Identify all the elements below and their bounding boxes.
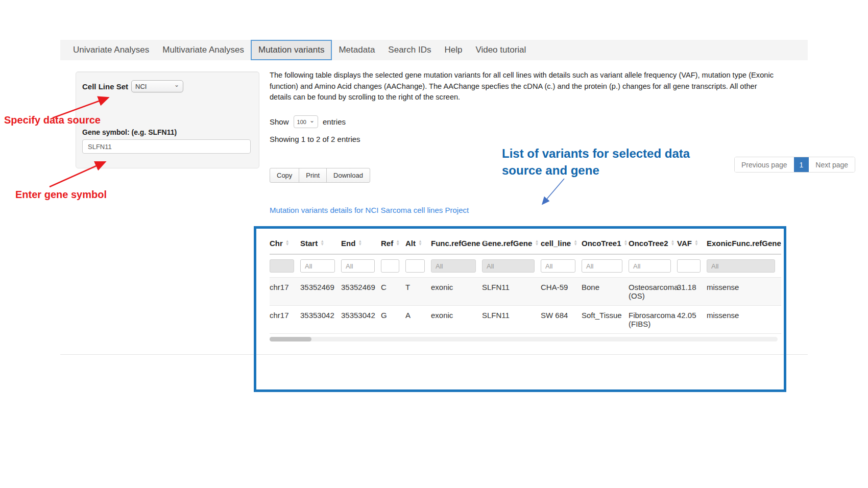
column-label: Chr — [270, 239, 283, 248]
column-filter-chr[interactable] — [270, 259, 294, 273]
table-caption-link[interactable]: Mutation variants details for NCI Sarcom… — [270, 206, 469, 214]
column-filter-start[interactable]: All — [300, 259, 335, 273]
column-label: OncoTree1 — [582, 239, 621, 248]
entries-label: entries — [323, 117, 346, 126]
gene-symbol-input[interactable] — [82, 139, 251, 154]
sort-icon[interactable]: ▲▼ — [535, 240, 539, 246]
table-cell: missense — [707, 306, 781, 334]
cell-line-set-label: Cell Line Set — [82, 82, 128, 91]
sort-icon[interactable]: ▲▼ — [624, 240, 628, 246]
column-header-end[interactable]: End▲▼ — [341, 235, 381, 254]
column-filter-gene-refgene[interactable]: All — [482, 259, 535, 273]
column-header-start[interactable]: Start▲▼ — [300, 235, 341, 254]
sort-icon[interactable]: ▲▼ — [358, 240, 362, 246]
table-cell: G — [381, 306, 405, 334]
chevron-down-icon — [174, 83, 179, 89]
table-cell: Soft_Tissue — [582, 306, 629, 334]
sort-icon[interactable]: ▲▼ — [418, 240, 422, 246]
sort-icon[interactable]: ▲▼ — [396, 240, 400, 246]
table-cell: Bone — [582, 278, 629, 306]
column-label: Ref — [381, 239, 393, 248]
column-filter-ref[interactable] — [381, 259, 399, 273]
column-header-gene-refgene[interactable]: Gene.refGene▲▼ — [482, 235, 541, 254]
column-header-exonicfunc-refgene[interactable]: ExonicFunc.refGene▲▼ — [707, 235, 781, 254]
table-cell: 35352469 — [300, 278, 341, 306]
tab-help[interactable]: Help — [438, 40, 469, 60]
table-header-row: Chr▲▼Start▲▼End▲▼Ref▲▼Alt▲▼Func.refGene▲… — [270, 235, 781, 254]
pagination: Previous page 1 Next page — [734, 157, 855, 173]
page-number-button[interactable]: 1 — [794, 157, 809, 172]
column-filter-oncotree1[interactable]: All — [582, 259, 622, 273]
horizontal-scrollbar[interactable] — [270, 337, 778, 341]
print-button[interactable]: Print — [299, 168, 327, 183]
column-filter-exonicfunc-refgene[interactable]: All — [707, 259, 775, 273]
tab-multivariate-analyses[interactable]: Multivariate Analyses — [156, 40, 251, 60]
tab-mutation-variants[interactable]: Mutation variants — [251, 40, 332, 60]
column-header-cell-line[interactable]: cell_line▲▼ — [541, 235, 582, 254]
table-cell: chr17 — [270, 278, 300, 306]
table-filter-row: AllAllAllAllAllAllAllAll — [270, 254, 781, 278]
tab-search-ids[interactable]: Search IDs — [381, 40, 438, 60]
table-row: chr173535246935352469CTexonicSLFN11CHA-5… — [270, 278, 781, 306]
column-filter-oncotree2[interactable]: All — [629, 259, 671, 273]
column-label: End — [341, 239, 355, 248]
chevron-down-icon — [309, 119, 315, 125]
table-description: The following table displays the selecte… — [270, 70, 780, 103]
column-filter-func-refgene[interactable]: All — [431, 259, 476, 273]
copy-button[interactable]: Copy — [270, 168, 299, 183]
column-label: cell_line — [541, 239, 571, 248]
column-label: ExonicFunc.refGene — [707, 239, 781, 248]
previous-page-button[interactable]: Previous page — [735, 157, 794, 172]
tab-video-tutorial[interactable]: Video tutorial — [469, 40, 533, 60]
column-header-oncotree1[interactable]: OncoTree1▲▼ — [582, 235, 629, 254]
column-filter-cell-line[interactable]: All — [541, 259, 575, 273]
table-cell: chr17 — [270, 306, 300, 334]
sort-icon[interactable]: ▲▼ — [694, 240, 698, 246]
column-label: Alt — [405, 239, 416, 248]
column-header-func-refgene[interactable]: Func.refGene▲▼ — [431, 235, 482, 254]
page-length-control: Show 100 entries — [270, 115, 346, 128]
sort-icon[interactable]: ▲▼ — [573, 240, 577, 246]
cell-line-set-value: NCI — [135, 83, 147, 90]
tab-univariate-analyses[interactable]: Univariate Analyses — [66, 40, 156, 60]
column-label: Start — [300, 239, 318, 248]
table-cell: Fibrosarcoma (FIBS) — [629, 306, 677, 334]
sort-icon[interactable]: ▲▼ — [320, 240, 324, 246]
cell-line-set-select[interactable]: NCI — [131, 80, 183, 92]
column-header-alt[interactable]: Alt▲▼ — [405, 235, 431, 254]
table-cell: 42.05 — [677, 306, 707, 334]
column-header-chr[interactable]: Chr▲▼ — [270, 235, 300, 254]
sort-icon[interactable]: ▲▼ — [671, 240, 675, 246]
column-header-vaf[interactable]: VAF▲▼ — [677, 235, 707, 254]
table-cell: SLFN11 — [482, 278, 541, 306]
download-button[interactable]: Download — [326, 168, 370, 183]
annotation-heading-line1: List of variants for selected data — [502, 145, 690, 162]
column-header-oncotree2[interactable]: OncoTree2▲▼ — [629, 235, 677, 254]
table-body: chr173535246935352469CTexonicSLFN11CHA-5… — [270, 278, 781, 334]
column-filter-end[interactable]: All — [341, 259, 375, 273]
scrollbar-thumb[interactable] — [270, 337, 311, 341]
column-label: VAF — [677, 239, 692, 248]
next-page-button[interactable]: Next page — [809, 157, 855, 172]
table-cell: SW 684 — [541, 306, 582, 334]
page-length-value: 100 — [297, 119, 306, 125]
show-label: Show — [270, 117, 289, 126]
gene-symbol-label: Gene symbol: (e.g. SLFN11) — [82, 128, 177, 136]
table-cell: exonic — [431, 306, 482, 334]
annotation-heading-line2: source and gene — [502, 162, 690, 179]
export-button-group: Copy Print Download — [270, 168, 370, 183]
annotation-specify-data-source: Specify data source — [4, 114, 101, 126]
table-cell: 35353042 — [300, 306, 341, 334]
input-panel: Cell Line Set NCI Gene symbol: (e.g. SLF… — [76, 71, 259, 168]
tab-metadata[interactable]: Metadata — [332, 40, 381, 60]
sort-icon[interactable]: ▲▼ — [483, 240, 487, 246]
blue-arrow-variant-list — [543, 179, 564, 204]
sort-icon[interactable]: ▲▼ — [285, 240, 290, 246]
column-header-ref[interactable]: Ref▲▼ — [381, 235, 405, 254]
annotation-enter-gene-symbol: Enter gene symbol — [15, 189, 107, 201]
table-cell: Osteosarcoma (OS) — [629, 278, 677, 306]
page-length-select[interactable]: 100 — [294, 115, 318, 128]
column-filter-alt[interactable] — [405, 259, 425, 273]
table-row: chr173535304235353042GAexonicSLFN11SW 68… — [270, 306, 781, 334]
column-filter-vaf[interactable] — [677, 259, 701, 273]
